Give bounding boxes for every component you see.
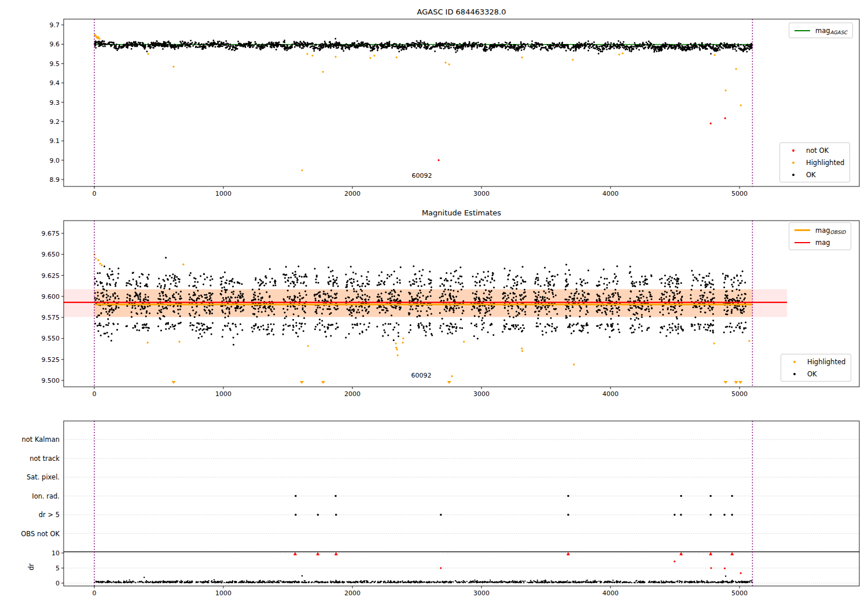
y-tick-label: 9.600 [42, 293, 60, 301]
dr-clipped-marker [293, 552, 297, 555]
legend-label: OK [806, 171, 816, 179]
dr-tick-label: 0 [56, 580, 60, 587]
legend-item-not-ok: not OK [785, 144, 844, 156]
legend-label: Highlighted [807, 358, 845, 366]
not-ok-dot-swatch [785, 149, 801, 152]
x-tick-label: 1000 [215, 589, 231, 597]
dr-clipped-marker [709, 552, 712, 555]
ok-dot-swatch [785, 174, 801, 176]
clipped-low-marker [300, 381, 304, 384]
highlighted-dot-swatch [786, 361, 802, 363]
middle-clipped-triangles [171, 381, 742, 384]
clipped-low-marker [723, 381, 727, 384]
dr-clipped-marker [679, 552, 683, 555]
middle-obsid-annotation: 60092 [411, 372, 432, 379]
legend-label: not OK [806, 146, 829, 155]
y-tick-label: 9.6 [50, 41, 60, 48]
mag-line-swatch [795, 242, 810, 243]
y-tick-label: 9.7 [50, 21, 60, 29]
dr-black-outliers [144, 576, 726, 578]
y-tick-label: 9.650 [42, 251, 60, 258]
flag-category-label: Ion. rad. [32, 492, 60, 500]
y-tick-label: 9.575 [42, 314, 60, 321]
legend-item-highlighted: Highlighted [786, 356, 845, 368]
dr-clipped-marker [334, 552, 338, 555]
charts-canvas: 0100020003000400050008.99.09.19.29.39.49… [0, 0, 868, 608]
top-plot-title: AGASC ID 684463328.0 [64, 8, 859, 16]
dr-clipped-marker [730, 552, 734, 555]
y-tick-label: 9.2 [50, 118, 60, 126]
y-tick-label: 9.525 [42, 356, 60, 364]
x-tick-label: 4000 [602, 390, 619, 398]
top-line-legend: magAGASC [789, 23, 853, 38]
x-tick-label: 3000 [473, 390, 490, 398]
x-tick-label: 2000 [344, 589, 361, 597]
legend-label: OK [807, 370, 817, 378]
mag-agasc-line-swatch [795, 30, 810, 31]
flag-category-label: Sat. pixel. [27, 473, 60, 481]
flag-category-label: not track [30, 455, 60, 463]
x-tick-label: 3000 [473, 589, 490, 597]
middle-line-legend: magOBSID mag [789, 222, 851, 250]
dr-clipped-marker [316, 552, 319, 555]
x-tick-label: 4000 [602, 589, 619, 597]
top-not-ok-points [439, 118, 725, 160]
flags-gridlines: not Kalmannot trackSat. pixel.Ion. rad.d… [21, 435, 859, 587]
top-points-legend: not OK Highlighted OK [779, 142, 850, 182]
y-tick-label: 9.625 [42, 272, 60, 280]
legend-item-ok: OK [786, 368, 845, 380]
y-tick-label: 9.550 [42, 335, 60, 342]
x-tick-label: 2000 [344, 190, 361, 197]
dr-clipped-marker [567, 552, 570, 555]
ok-dot-swatch [786, 373, 802, 375]
y-tick-label: 9.0 [50, 157, 60, 164]
clipped-low-marker [734, 381, 738, 384]
legend-label: Highlighted [806, 159, 844, 167]
x-tick-label: 1000 [215, 190, 231, 197]
x-tick-label: 4000 [602, 190, 619, 197]
x-tick-label: 0 [93, 190, 97, 197]
middle-points-legend: Highlighted OK [781, 354, 851, 382]
x-tick-label: 5000 [731, 190, 748, 197]
x-tick-label: 5000 [731, 589, 748, 597]
clipped-low-marker [321, 381, 325, 384]
legend-item-highlighted: Highlighted [785, 156, 844, 169]
flag-category-label: not Kalman [21, 435, 60, 444]
dr-points [94, 580, 752, 583]
y-tick-label: 9.4 [50, 79, 60, 87]
legend-label: magAGASC [815, 27, 847, 35]
flag-category-label: dr > 5 [39, 511, 60, 519]
middle-plot-title: Magnitude Estimates [64, 208, 859, 217]
dr-tick-label: 10 [52, 550, 60, 557]
y-tick-label: 9.5 [50, 60, 60, 68]
clipped-low-marker [738, 381, 742, 384]
dr-red-points [441, 562, 741, 573]
top-highlighted-points [95, 35, 741, 170]
legend-label: magOBSID [815, 226, 845, 235]
dr-tick-label: 5 [56, 565, 60, 572]
x-tick-label: 0 [93, 390, 97, 398]
top-ok-points [94, 39, 752, 54]
x-tick-label: 0 [93, 589, 97, 597]
legend-item-mag-agasc: magAGASC [795, 24, 847, 36]
y-tick-label: 9.3 [50, 99, 60, 107]
y-tick-label: 9.1 [50, 137, 60, 145]
x-tick-label: 5000 [731, 390, 748, 398]
dr-axis-label: dr [27, 563, 35, 570]
y-tick-label: 9.675 [42, 230, 60, 237]
top-obsid-annotation: 60092 [412, 172, 432, 180]
figure: 0100020003000400050008.99.09.19.29.39.49… [0, 0, 868, 608]
clipped-low-marker [171, 381, 175, 384]
legend-item-mag: mag [795, 236, 845, 248]
x-tick-label: 2000 [344, 390, 361, 398]
legend-label: mag [815, 239, 830, 247]
dr-red-clipped-markers [293, 552, 734, 555]
legend-item-ok: OK [785, 169, 844, 181]
y-tick-label: 9.500 [42, 377, 60, 384]
clipped-low-marker [447, 381, 451, 384]
x-tick-label: 1000 [215, 390, 231, 398]
axis-decorations: 010002000300040005000 [64, 421, 859, 597]
highlighted-dot-swatch [785, 162, 801, 164]
y-tick-label: 8.9 [50, 176, 60, 184]
mag-obsid-line-swatch [795, 229, 810, 231]
